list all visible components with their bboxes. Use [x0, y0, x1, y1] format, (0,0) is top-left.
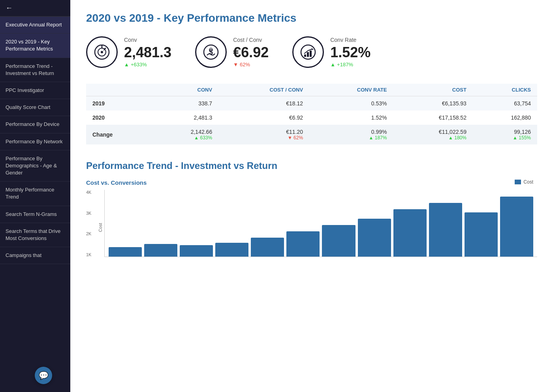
change-cell-conv-rate: 0.99% ▲ 187%: [316, 129, 387, 141]
chart-bar: [322, 225, 355, 257]
sidebar-back-button[interactable]: ←: [0, 0, 70, 17]
chart-bar: [109, 247, 142, 257]
kpi-label-cost-conv: Cost / Conv: [233, 37, 269, 43]
row-clicks-2020: 162,880: [473, 111, 537, 125]
kpi-card-conv-rate: Conv Rate 1.52% +187%: [292, 36, 371, 68]
sidebar-item-performance-by-network[interactable]: Performance By Network: [0, 133, 70, 150]
svg-rect-9: [304, 54, 306, 57]
sidebar-item-performance-by-demographics[interactable]: Performance By Demographics - Age & Gend…: [0, 150, 70, 182]
kpi-icon-conv-rate: [292, 36, 324, 68]
sidebar-item-campaigns-that[interactable]: Campaigns that: [0, 247, 70, 264]
kpi-change-conv-rate: +187%: [330, 62, 371, 68]
row-cost-conv-change: €11.20 ▼ 62%: [218, 125, 309, 144]
sidebar-item-performance-trend[interactable]: Performance Trend - Investment vs Return: [0, 58, 70, 82]
chart-bar: [286, 231, 320, 257]
sidebar-item-search-terms-most[interactable]: Search Terms that Drive Most Conversions: [0, 223, 70, 247]
sidebar-item-search-term-ngrams[interactable]: Search Term N-Grams: [0, 206, 70, 223]
section2-title: Performance Trend - Investment vs Return: [86, 160, 537, 171]
chart-bar: [465, 212, 498, 257]
row-cost-conv-2019: €18.12: [218, 96, 309, 111]
chart-title: Cost vs. Conversions: [86, 179, 537, 186]
kpi-info-conv-rate: Conv Rate 1.52% +187%: [330, 37, 371, 68]
svg-rect-10: [307, 52, 309, 57]
chart-legend: Cost: [515, 179, 533, 185]
sidebar-item-2020-vs-2019-kpm[interactable]: 2020 vs 2019 - Key Performance Metrics: [0, 34, 70, 58]
sidebar-item-quality-score-chart[interactable]: Quality Score Chart: [0, 99, 70, 116]
table-row: 2019 338.7 €18.12 0.53% €6,135.93 63,754: [86, 96, 537, 111]
y-label-1k: 1K: [86, 252, 96, 257]
legend-box-cost: [515, 180, 521, 184]
chart-container: Cost vs. Conversions Cost 4K 3K 2K 1K Co…: [86, 179, 537, 270]
kpi-label-conv-rate: Conv Rate: [330, 37, 371, 43]
chart-bar: [393, 209, 427, 257]
row-conv-2019: 338.7: [151, 96, 218, 111]
page-title: 2020 vs 2019 - Key Performance Metrics: [86, 12, 537, 24]
arrow-up-icon-2: [330, 62, 335, 68]
conv-rate-change-pct: ▲ 187%: [369, 135, 387, 141]
y-axis: 4K 3K 2K 1K: [86, 190, 98, 257]
y-label-3k: 3K: [86, 211, 96, 216]
chart-bar: [429, 203, 462, 257]
col-header-conv-rate: CONV RATE: [309, 84, 393, 96]
svg-point-2: [101, 51, 103, 53]
chart-body: 4K 3K 2K 1K Cost: [86, 190, 537, 265]
row-label-change: Change: [86, 125, 151, 144]
chart-bar: [180, 245, 213, 257]
change-cell-cost-conv: €11.20 ▼ 62%: [225, 129, 303, 141]
kpi-change-conv: +633%: [124, 62, 171, 68]
chart-bar: [500, 197, 533, 257]
kpi-label-conv: Conv: [124, 37, 171, 43]
col-header-cost: COST: [393, 84, 472, 96]
row-conv-2020: 2,481.3: [151, 111, 218, 125]
col-header-empty: [86, 84, 151, 96]
row-label-2020: 2020: [86, 111, 151, 125]
row-conv-change: 2,142.66 ▲ 633%: [151, 125, 218, 144]
row-cost-2020: €17,158.52: [393, 111, 472, 125]
kpi-card-cost-conv: $ Cost / Conv €6.92 62%: [195, 36, 269, 68]
table-row: Change 2,142.66 ▲ 633% €11.20 ▼ 62% 0.99: [86, 125, 537, 144]
conv-change-pct: ▲ 633%: [194, 135, 212, 141]
arrow-down-icon: [233, 62, 238, 68]
arrow-up-icon: [124, 62, 129, 68]
kpi-info-cost-conv: Cost / Conv €6.92 62%: [233, 37, 269, 68]
y-label-4k: 4K: [86, 190, 96, 195]
row-cost-2019: €6,135.93: [393, 96, 472, 111]
sidebar-item-ppc-investigator[interactable]: PPC Investigator: [0, 82, 70, 99]
row-clicks-2019: 63,754: [473, 96, 537, 111]
change-cell-clicks: 99,126 ▲ 155%: [479, 129, 531, 141]
table-row: 2020 2,481.3 €6.92 1.52% €17,158.52 162,…: [86, 111, 537, 125]
row-label-2019: 2019: [86, 96, 151, 111]
kpi-value-cost-conv: €6.92: [233, 45, 269, 60]
kpi-change-cost-conv: 62%: [233, 62, 269, 68]
kpi-card-conv: Conv 2,481.3 +633%: [86, 36, 171, 68]
change-cell-cost: €11,022.59 ▲ 180%: [399, 129, 466, 141]
kpi-value-conv-rate: 1.52%: [330, 45, 371, 60]
bars-area: [104, 190, 537, 257]
svg-rect-11: [310, 51, 312, 57]
col-header-clicks: CLICKS: [473, 84, 537, 96]
row-clicks-change: 99,126 ▲ 155%: [473, 125, 537, 144]
col-header-conv: CONV: [151, 84, 218, 96]
y-label-2k: 2K: [86, 231, 96, 236]
row-conv-rate-change: 0.99% ▲ 187%: [309, 125, 393, 144]
kpi-row: Conv 2,481.3 +633% $ Cost / Conv €6.9: [86, 36, 537, 68]
row-conv-rate-2020: 1.52%: [309, 111, 393, 125]
sidebar-item-performance-by-device[interactable]: Performance By Device: [0, 116, 70, 133]
chart-bar: [251, 238, 284, 257]
sidebar-item-executive-annual-report[interactable]: Executive Annual Report: [0, 17, 70, 34]
cost-conv-change-pct: ▼ 62%: [288, 135, 303, 141]
row-conv-rate-2019: 0.53%: [309, 96, 393, 111]
kpi-icon-cost-conv: $: [195, 36, 227, 68]
chat-bubble[interactable]: 💬: [35, 367, 52, 384]
row-cost-change: €11,022.59 ▲ 180%: [393, 125, 472, 144]
chart-bar: [358, 219, 391, 257]
kpi-info-conv: Conv 2,481.3 +633%: [124, 37, 171, 68]
y-axis-label: Cost: [98, 223, 103, 232]
kpi-icon-conv: [86, 36, 118, 68]
col-header-cost-conv: COST / CONV: [218, 84, 309, 96]
row-cost-conv-2020: €6.92: [218, 111, 309, 125]
sidebar-item-monthly-performance-trend[interactable]: Monthly Performance Trend: [0, 182, 70, 206]
y-axis-label-wrap: Cost: [98, 190, 103, 265]
sidebar: ← Executive Annual Report 2020 vs 2019 -…: [0, 0, 70, 392]
performance-table: CONV COST / CONV CONV RATE COST CLICKS 2…: [86, 84, 537, 144]
